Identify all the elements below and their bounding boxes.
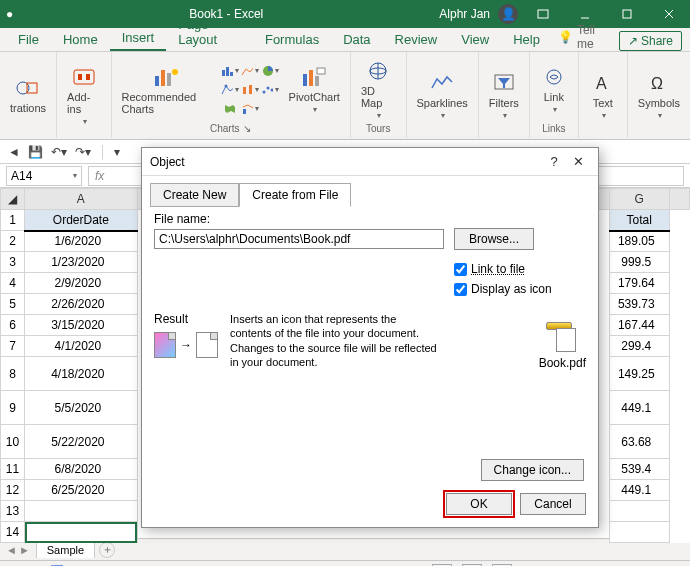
cell[interactable]: 299.4 xyxy=(609,336,669,357)
row-header[interactable]: 11 xyxy=(1,459,25,480)
chevron-down-icon[interactable]: ▾ xyxy=(73,171,77,180)
map-chart-button[interactable] xyxy=(221,100,239,118)
row-header[interactable]: 14 xyxy=(1,522,25,543)
row-header[interactable]: 8 xyxy=(1,357,25,391)
row-header[interactable]: 4 xyxy=(1,273,25,294)
cell[interactable] xyxy=(25,522,137,543)
line-chart-button[interactable]: ▾ xyxy=(241,62,259,80)
3d-map-button[interactable]: 3D Map▾ xyxy=(357,57,400,122)
cell[interactable]: 2/9/2020 xyxy=(25,273,137,294)
tab-data[interactable]: Data xyxy=(331,28,382,51)
cell[interactable]: 3/15/2020 xyxy=(25,315,137,336)
recommended-charts-button[interactable]: Recommended Charts xyxy=(118,63,215,117)
cell[interactable]: OrderDate xyxy=(25,210,137,231)
row-header[interactable]: 2 xyxy=(1,231,25,252)
row-header[interactable]: 12 xyxy=(1,480,25,501)
tab-view[interactable]: View xyxy=(449,28,501,51)
cell[interactable]: 63.68 xyxy=(609,425,669,459)
stat-chart-button[interactable]: ▾ xyxy=(241,81,259,99)
tab-create-from-file[interactable]: Create from File xyxy=(239,183,351,207)
tab-formulas[interactable]: Formulas xyxy=(253,28,331,51)
cell[interactable] xyxy=(609,501,669,522)
row-header[interactable]: 13 xyxy=(1,501,25,522)
text-button[interactable]: AText▾ xyxy=(585,69,621,122)
addins-button[interactable]: Add-ins▾ xyxy=(63,63,104,128)
add-sheet-button[interactable]: ＋ xyxy=(99,542,115,558)
autosave-toggle[interactable]: ● xyxy=(6,7,13,21)
avatar[interactable]: 👤 xyxy=(498,4,518,24)
illustrations-button[interactable]: trations xyxy=(6,74,50,116)
tab-review[interactable]: Review xyxy=(383,28,450,51)
row-header[interactable]: 10 xyxy=(1,425,25,459)
ribbon-display-options[interactable] xyxy=(526,1,560,28)
tab-insert[interactable]: Insert xyxy=(110,26,167,51)
pivotchart-button[interactable]: PivotChart▾ xyxy=(285,63,344,116)
cell[interactable]: 539.4 xyxy=(609,459,669,480)
display-as-icon-checkbox[interactable]: Display as icon xyxy=(454,282,586,296)
link-button[interactable]: Link▾ xyxy=(536,63,572,116)
col-header-g[interactable]: G xyxy=(609,189,669,210)
nav-back-icon[interactable]: ◄ xyxy=(8,145,20,159)
scatter-chart-button[interactable]: ▾ xyxy=(261,81,279,99)
cell[interactable]: 449.1 xyxy=(609,391,669,425)
tab-page-layout[interactable]: Page Layout xyxy=(166,13,253,51)
sheet-tab-sample[interactable]: Sample xyxy=(36,541,95,558)
name-box[interactable]: A14▾ xyxy=(6,166,82,186)
cell[interactable]: Total xyxy=(609,210,669,231)
qat-customize-icon[interactable]: ▾ xyxy=(114,145,120,159)
sheet-nav-prev[interactable]: ► xyxy=(19,544,30,556)
cell[interactable]: 2/26/2020 xyxy=(25,294,137,315)
combo-chart-button[interactable]: ▾ xyxy=(241,100,259,118)
row-header[interactable]: 5 xyxy=(1,294,25,315)
share-button[interactable]: ↗Share xyxy=(619,31,682,51)
col-header-a[interactable]: A xyxy=(25,189,137,210)
cell[interactable]: 1/23/2020 xyxy=(25,252,137,273)
column-chart-button[interactable]: ▾ xyxy=(221,62,239,80)
filters-button[interactable]: Filters▾ xyxy=(485,69,523,122)
hier-chart-button[interactable]: ▾ xyxy=(221,81,239,99)
cell[interactable]: 5/5/2020 xyxy=(25,391,137,425)
cell[interactable]: 149.25 xyxy=(609,357,669,391)
cell[interactable]: 539.73 xyxy=(609,294,669,315)
cell[interactable]: 167.44 xyxy=(609,315,669,336)
row-header[interactable]: 3 xyxy=(1,252,25,273)
sparklines-button[interactable]: Sparklines▾ xyxy=(413,69,472,122)
tab-create-new[interactable]: Create New xyxy=(150,183,239,207)
ok-button[interactable]: OK xyxy=(446,493,512,515)
charts-launcher-icon[interactable]: ↘ xyxy=(243,123,251,134)
tell-me[interactable]: 💡Tell me xyxy=(558,23,607,51)
cell[interactable]: 1/6/2020 xyxy=(25,231,137,252)
cell[interactable] xyxy=(25,501,137,522)
maximize-button[interactable] xyxy=(610,1,644,28)
tab-home[interactable]: Home xyxy=(51,28,110,51)
cancel-button[interactable]: Cancel xyxy=(520,493,586,515)
link-to-file-checkbox[interactable]: Link to file xyxy=(454,262,586,276)
pie-chart-button[interactable]: ▾ xyxy=(261,62,279,80)
close-button[interactable] xyxy=(652,1,686,28)
tab-help[interactable]: Help xyxy=(501,28,552,51)
sheet-nav-first[interactable]: ◄ xyxy=(6,544,17,556)
file-path-input[interactable] xyxy=(154,229,444,249)
row-header[interactable]: 6 xyxy=(1,315,25,336)
cell[interactable]: 6/8/2020 xyxy=(25,459,137,480)
tab-file[interactable]: File xyxy=(6,28,51,51)
dialog-close-button[interactable]: ✕ xyxy=(566,154,590,169)
cell[interactable]: 6/25/2020 xyxy=(25,480,137,501)
redo-icon[interactable]: ↷▾ xyxy=(75,145,91,159)
cell[interactable]: 189.05 xyxy=(609,231,669,252)
symbols-button[interactable]: ΩSymbols▾ xyxy=(634,69,684,122)
cell[interactable]: 999.5 xyxy=(609,252,669,273)
row-header[interactable]: 1 xyxy=(1,210,25,231)
select-all[interactable]: ◢ xyxy=(1,189,25,210)
undo-icon[interactable]: ↶▾ xyxy=(51,145,67,159)
cell[interactable]: 4/1/2020 xyxy=(25,336,137,357)
cell[interactable]: 5/22/2020 xyxy=(25,425,137,459)
row-header[interactable]: 9 xyxy=(1,391,25,425)
cell[interactable]: 449.1 xyxy=(609,480,669,501)
cell[interactable]: 179.64 xyxy=(609,273,669,294)
row-header[interactable]: 7 xyxy=(1,336,25,357)
cell[interactable]: 4/18/2020 xyxy=(25,357,137,391)
browse-button[interactable]: Browse... xyxy=(454,228,534,250)
dialog-help-button[interactable]: ? xyxy=(542,154,566,169)
save-icon[interactable]: 💾 xyxy=(28,145,43,159)
